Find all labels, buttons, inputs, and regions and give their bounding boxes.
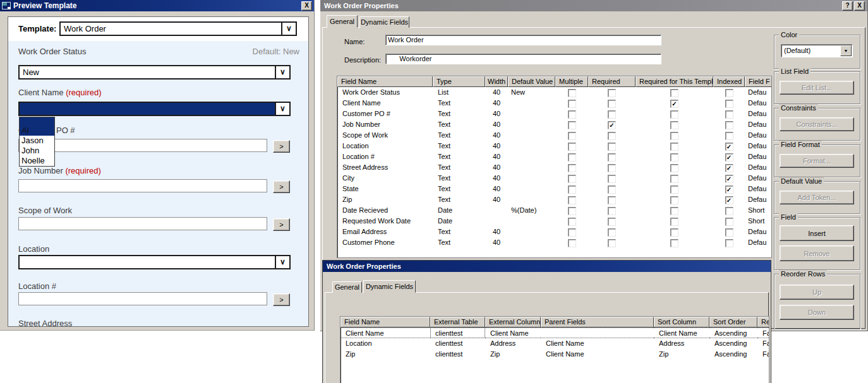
table-row[interactable]: Email AddressText40Defau — [337, 227, 771, 237]
close-button[interactable]: X — [854, 1, 865, 11]
tab-general[interactable]: General — [327, 15, 358, 28]
checkbox[interactable] — [608, 132, 616, 140]
dropdown-arrow-icon[interactable]: ▼ — [840, 45, 852, 56]
checkbox[interactable] — [568, 207, 576, 215]
checkbox[interactable] — [670, 110, 678, 119]
checkbox[interactable] — [568, 100, 576, 108]
table-row[interactable]: LocationText40✓Defau — [337, 141, 771, 151]
grid-header-cell[interactable]: Parent Fields — [541, 317, 654, 327]
checkbox[interactable] — [608, 207, 616, 215]
grid-header-cell[interactable]: Width — [485, 76, 508, 87]
checkbox[interactable] — [725, 207, 733, 215]
customer-po-arrow-button[interactable]: > — [273, 140, 290, 153]
grid-header-cell[interactable]: Re — [757, 317, 769, 327]
customer-po-input[interactable] — [18, 139, 267, 152]
checkbox[interactable] — [725, 100, 733, 108]
table-row[interactable]: Scope of WorkText40Defau — [337, 130, 771, 141]
scope-arrow-button[interactable]: > — [273, 218, 290, 231]
grid-header-cell[interactable]: Field F — [745, 76, 772, 87]
checkbox[interactable] — [670, 207, 678, 215]
checkbox[interactable] — [725, 132, 733, 140]
checkbox[interactable] — [670, 218, 678, 226]
location-number-arrow-button[interactable]: > — [273, 293, 290, 306]
job-number-arrow-button[interactable]: > — [273, 180, 290, 193]
grid-header-cell[interactable]: Required — [588, 76, 636, 87]
checkbox[interactable] — [568, 228, 576, 237]
grid-header-cell[interactable]: Type — [433, 76, 485, 87]
checkbox[interactable] — [670, 186, 678, 194]
grid-header-cell[interactable]: Field Name — [337, 76, 433, 87]
checkbox[interactable]: ✓ — [725, 175, 733, 183]
add-token-button[interactable]: Add Token... — [780, 191, 854, 204]
grid-header-cell[interactable]: Sort Column — [654, 317, 709, 327]
checkbox[interactable] — [725, 218, 733, 226]
grid-header-cell[interactable]: Sort Order — [709, 317, 757, 327]
checkbox[interactable] — [568, 239, 576, 247]
checkbox[interactable]: ✓ — [608, 121, 616, 129]
checkbox[interactable] — [608, 100, 616, 108]
color-combobox[interactable]: (Default) ▼ — [781, 44, 853, 57]
dropdown-item[interactable]: John — [20, 146, 54, 156]
table-row[interactable]: Customer PO #Text40Defau — [337, 109, 771, 119]
dropdown-item[interactable]: Al — [20, 126, 54, 136]
grid-header-cell[interactable]: External Column — [485, 317, 541, 327]
checkbox[interactable] — [568, 132, 576, 140]
checkbox[interactable] — [608, 143, 616, 151]
job-number-input[interactable] — [18, 179, 267, 192]
properties-titlebar[interactable]: Work Order Properties ? X — [320, 0, 867, 11]
checkbox[interactable] — [568, 110, 576, 119]
grid-header-cell[interactable]: Required for This Template — [636, 76, 713, 87]
dropdown-item[interactable]: Noelle — [20, 156, 54, 166]
checkbox[interactable] — [608, 186, 616, 194]
checkbox[interactable] — [670, 132, 678, 140]
help-button[interactable]: ? — [842, 1, 853, 11]
chevron-down-icon[interactable]: ∨ — [281, 23, 296, 35]
checkbox[interactable] — [670, 143, 678, 151]
table-row[interactable]: CityText40✓Defau — [337, 173, 771, 184]
checkbox[interactable]: ✓ — [670, 100, 678, 108]
checkbox[interactable] — [608, 153, 616, 162]
dyn-tab-dynamic-fields[interactable]: Dynamic Fields — [363, 280, 416, 293]
description-field[interactable]: Workorder — [385, 54, 661, 64]
dynamic-titlebar[interactable]: Work Order Properties — [323, 261, 771, 272]
checkbox[interactable] — [725, 89, 733, 97]
checkbox[interactable] — [568, 143, 576, 151]
checkbox[interactable] — [608, 239, 616, 247]
chevron-down-icon[interactable]: ∨ — [275, 66, 289, 78]
table-row[interactable]: ZipclienttestZipClient NameZipAscendingF… — [341, 349, 769, 360]
table-row[interactable]: Requested Work DateDateShort — [337, 216, 771, 227]
table-row[interactable]: Job NumberText40✓Defau — [337, 119, 771, 130]
location-combobox[interactable]: ∨ — [18, 255, 291, 269]
checkbox[interactable] — [568, 164, 576, 172]
grid-header-cell[interactable]: External Table — [430, 317, 485, 327]
tab-dynamic-fields[interactable]: Dynamic Fields — [359, 16, 409, 28]
table-row[interactable]: Client NameclienttestClient NameClient N… — [341, 327, 769, 338]
checkbox[interactable]: ✓ — [725, 196, 733, 204]
checkbox[interactable] — [608, 175, 616, 183]
table-row[interactable]: Client NameText40✓Defau — [337, 98, 771, 109]
edit-list-button[interactable]: Edit List... — [780, 81, 854, 95]
checkbox[interactable] — [608, 89, 616, 97]
checkbox[interactable]: ✓ — [725, 186, 733, 194]
checkbox[interactable] — [670, 153, 678, 162]
up-button[interactable]: Up — [780, 285, 854, 300]
remove-button[interactable]: Remove — [780, 245, 854, 261]
checkbox[interactable] — [670, 228, 678, 237]
checkbox[interactable] — [670, 164, 678, 172]
checkbox[interactable] — [670, 121, 678, 129]
dropdown-item[interactable]: Jason — [20, 136, 54, 146]
chevron-down-icon[interactable]: ∨ — [275, 256, 289, 268]
checkbox[interactable] — [725, 110, 733, 119]
constraints-button[interactable]: Constraints... — [780, 117, 854, 131]
grid-header-cell[interactable]: Field Name — [341, 317, 430, 327]
chevron-down-icon[interactable]: ∨ — [275, 103, 289, 115]
status-combobox[interactable]: New ∨ — [18, 65, 291, 80]
scope-input[interactable] — [18, 217, 267, 230]
checkbox[interactable] — [670, 89, 678, 97]
table-row[interactable]: Street AddressText40✓Defau — [337, 162, 771, 173]
checkbox[interactable] — [568, 186, 576, 194]
checkbox[interactable] — [568, 196, 576, 204]
template-combobox[interactable]: Work Order ∨ — [59, 21, 297, 36]
checkbox[interactable] — [608, 164, 616, 172]
checkbox[interactable] — [568, 153, 576, 162]
